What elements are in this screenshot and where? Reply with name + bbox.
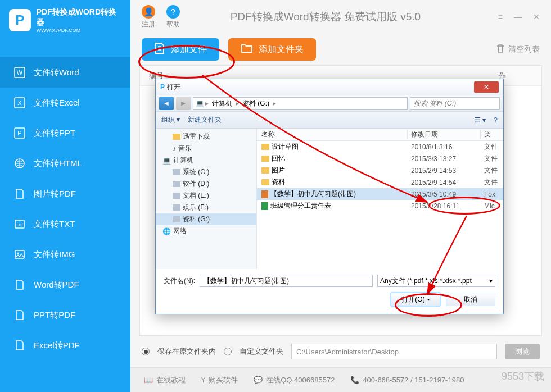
nav-label: 文件转Excel [34,98,80,108]
tree-item[interactable]: 迅雷下载 [156,131,256,143]
organize-menu[interactable]: 组织 ▾ [161,115,180,125]
list-item[interactable]: 班级管理分工责任表2015/2/28 16:11Mic [257,200,503,212]
col-type[interactable]: 类 [481,130,503,139]
tutorial-link[interactable]: 📖 在线教程 [144,375,186,385]
computer-icon: 💻 [162,157,171,165]
nav-label: 文件转IMG [34,249,75,260]
dialog-close-button[interactable]: ✕ [474,81,499,93]
drive-icon [173,181,180,187]
tree-item[interactable]: 娱乐 (F:) [156,202,256,213]
tree-item[interactable]: 软件 (D:) [156,178,256,190]
tree-item[interactable]: 系统 (C:) [156,166,256,178]
watermark: 9553下载 [502,370,544,383]
footer: 📖 在线教程 ¥ 购买软件 💬 在线QQ:4006685572 📞 400-66… [130,367,551,392]
list-item[interactable]: 回忆2015/3/3 13:27文件 [257,153,503,165]
folder-tree[interactable]: 迅雷下载♪音乐💻计算机系统 (C:)软件 (D:)文档 (E:)娱乐 (F:)资… [156,129,257,269]
folder-icon [241,43,253,56]
minimize-button[interactable]: — [514,12,522,21]
tree-item[interactable]: ♪音乐 [156,143,256,154]
search-input[interactable] [410,97,500,110]
filename-input[interactable] [200,275,373,287]
nav-file-to-word[interactable]: W 文件转Word [0,57,130,88]
phone-icon: 📞 [350,376,359,384]
image-icon [13,248,26,261]
nav-file-to-img[interactable]: 文件转IMG [0,239,130,270]
folder-icon [261,156,269,162]
chat-icon: 💬 [254,376,263,384]
trash-icon [496,44,505,56]
col-date[interactable]: 修改日期 [408,130,481,139]
yen-icon: ¥ [201,376,205,384]
opt-custom-label: 自定义文件夹 [240,347,283,357]
browse-button[interactable]: 浏览 [505,344,540,359]
tree-item[interactable]: 💻计算机 [156,154,256,166]
excel-icon: X [13,97,26,109]
file-icon [154,42,165,57]
app-subtitle: WWW.XJPDF.COM [37,28,121,33]
dialog-title: 打开 [167,83,180,92]
register-button[interactable]: 👤 注册 [142,5,155,29]
svg-text:P: P [17,130,21,136]
window-controls: ≡ — ✕ [498,12,540,21]
forward-button[interactable]: ► [176,97,191,110]
nav-file-to-excel[interactable]: X 文件转Excel [0,88,130,118]
window-title: PDF转换成Word转换器 免费试用版 v5.0 [191,10,494,24]
add-file-button[interactable]: 添加文件 [142,38,219,61]
tree-item[interactable]: 文档 (E:) [156,190,256,202]
view-icon[interactable]: ☰ ▾ [475,116,486,124]
buy-link[interactable]: ¥ 购买软件 [201,375,238,385]
list-item[interactable]: 图片2015/2/9 14:53文件 [257,165,503,176]
dialog-titlebar: P 打开 ✕ [156,79,503,95]
pdf-file-icon [261,190,268,198]
txt-icon: TXT [13,218,26,230]
music-icon: ♪ [173,145,176,153]
close-button[interactable]: ✕ [533,12,540,21]
nav-file-to-html[interactable]: 文件转HTML [0,148,130,179]
folder-icon [173,134,180,140]
breadcrumb[interactable]: 💻 ▸ 计算机 ▸ 资料 (G:) ▸ [193,97,408,110]
app-title: PDF转换成WORD转换器 [37,7,121,28]
toolbar: 添加文件 添加文件夹 清空列表 [130,34,551,65]
file-filter-select[interactable]: Any文件 (*.pdf,*.xls,*.xlsx,*.ppt▾ [377,275,495,287]
logo-area: P PDF转换成WORD转换器 WWW.XJPDF.COM [0,0,130,40]
new-folder-button[interactable]: 新建文件夹 [188,115,222,125]
nav-ppt-to-pdf[interactable]: PPT转PDF [0,300,130,330]
clear-list-button[interactable]: 清空列表 [496,44,540,56]
radio-original-folder[interactable] [142,348,150,355]
nav-excel-to-pdf[interactable]: Excel转PDF [0,330,130,361]
qq-link[interactable]: 💬 在线QQ:4006685572 [254,375,335,385]
list-item[interactable]: 设计草图2010/8/1 3:16文件 [257,141,503,153]
tree-item[interactable]: 🌐网络 [156,225,256,237]
ppt-icon: P [13,127,26,139]
opt-original-label: 保存在原文件夹内 [157,347,216,357]
drive-icon [173,169,180,175]
nav-file-to-txt[interactable]: TXT 文件转TXT [0,209,130,239]
computer-icon: 💻 [196,99,204,107]
dialog-nav: ◄ ► 💻 ▸ 计算机 ▸ 资料 (G:) ▸ [156,95,503,112]
nav-word-to-pdf[interactable]: Word转PDF [0,270,130,300]
col-name[interactable]: 名称 [257,130,408,139]
svg-text:X: X [17,99,22,106]
nav-label: 文件转HTML [34,158,82,169]
list-item[interactable]: 资料2015/2/9 14:54文件 [257,176,503,188]
help-icon[interactable]: ? [494,116,498,124]
nav-label: 文件转Word [34,67,79,78]
tree-item[interactable]: 资料 (G:) [156,213,256,225]
book-icon: 📖 [144,376,153,384]
help-button[interactable]: ? 帮助 [166,5,180,29]
pdf-icon [13,339,26,352]
add-folder-button[interactable]: 添加文件夹 [228,38,316,61]
phone-link[interactable]: 📞 400-668-5572 / 151-2197-1980 [350,376,464,384]
nav: W 文件转Word X 文件转Excel P 文件转PPT 文件转HTML 图片… [0,57,130,361]
nav-img-to-pdf[interactable]: 图片转PDF [0,179,130,209]
menu-button[interactable]: ≡ [498,12,503,21]
back-button[interactable]: ◄ [159,97,174,110]
radio-custom-folder[interactable] [224,348,232,355]
list-item[interactable]: 【数学】初中几何习题(带图)2015/3/5 10:49Fox [257,188,503,200]
cancel-button[interactable]: 取消 [446,293,495,306]
open-button[interactable]: 打开(O) ▾ [391,293,440,306]
output-options: 保存在原文件夹内 自定义文件夹 浏览 [130,336,551,367]
nav-file-to-ppt[interactable]: P 文件转PPT [0,118,130,148]
col-op: 作 [499,71,532,81]
output-path-input[interactable] [291,344,497,359]
